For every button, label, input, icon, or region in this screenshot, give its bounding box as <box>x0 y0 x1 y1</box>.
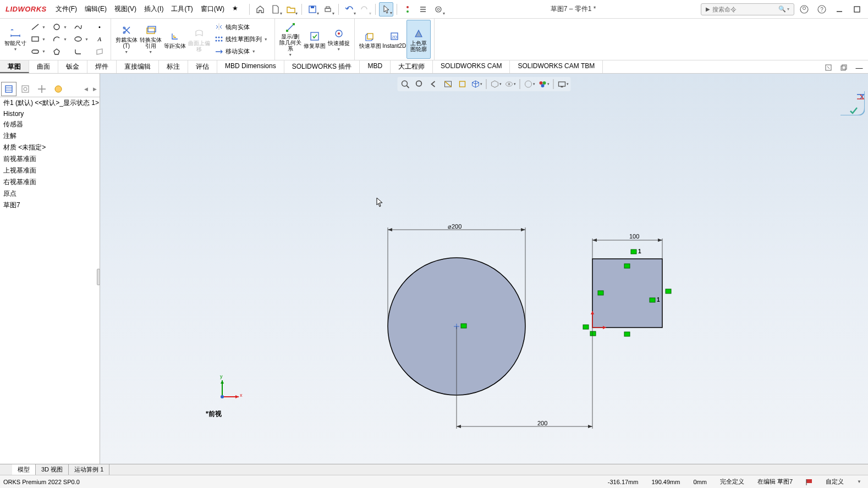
repair-sketch-button[interactable]: 修复草图 <box>303 20 327 59</box>
side-tab-config[interactable] <box>34 82 50 96</box>
convert-entities-button[interactable]: 转换实体引用 ▼ <box>139 20 163 59</box>
trim-button[interactable]: 剪裁实体(T) ▼ <box>114 20 139 59</box>
tab-sketch[interactable]: 草图 <box>0 60 29 73</box>
tree-origin[interactable]: 原点 <box>0 188 100 199</box>
point-button[interactable]: • <box>93 21 106 33</box>
relation-mark-bottom[interactable] <box>624 332 630 336</box>
help-button[interactable]: ? <box>814 3 829 16</box>
collapse-button[interactable]: — <box>853 62 866 74</box>
tab-annotate[interactable]: 标注 <box>159 60 188 73</box>
rapid-sketch-button[interactable]: 快速草图 <box>358 20 382 59</box>
tab-sheetmetal[interactable]: 钣金 <box>58 60 87 73</box>
tree-sketch7[interactable]: 草图7 <box>0 199 100 211</box>
relation-mark-right-out[interactable] <box>666 289 671 293</box>
menu-edit[interactable]: 编辑(E) <box>81 2 110 16</box>
tree-history[interactable]: History <box>0 109 100 119</box>
relation-mark-top[interactable] <box>624 264 630 268</box>
relation-mark-equal2[interactable] <box>650 298 655 302</box>
quick-snap-button[interactable]: 快速捕捉 ▼ <box>327 20 351 59</box>
line-button[interactable]: ▼ <box>29 21 48 33</box>
tree-top-plane[interactable]: 上视基准面 <box>0 165 100 176</box>
properties-button[interactable] <box>416 2 430 16</box>
polygon-button[interactable] <box>50 46 69 58</box>
rebuild-button[interactable] <box>400 2 415 16</box>
search-command-input[interactable] <box>712 6 778 13</box>
side-tab-prev[interactable]: ◀ <box>82 82 90 96</box>
relation-mark-bl[interactable] <box>583 325 589 329</box>
minimize-button[interactable] <box>832 3 847 16</box>
menu-insert[interactable]: 插入(I) <box>141 2 167 16</box>
tree-front-plane[interactable]: 前视基准面 <box>0 153 100 165</box>
new-button[interactable] <box>268 2 283 16</box>
relation-mark-left[interactable] <box>598 291 603 295</box>
side-tab-property[interactable] <box>18 82 33 96</box>
tab-addins[interactable]: SOLIDWORKS 插件 <box>284 60 360 73</box>
menu-star[interactable]: ★ <box>229 2 241 16</box>
menu-view[interactable]: 视图(V) <box>111 2 140 16</box>
plane-button[interactable] <box>93 46 106 58</box>
relation-mark-bl2[interactable] <box>590 331 596 336</box>
mirror-button[interactable]: 镜向实体 <box>212 21 270 33</box>
dim-text-100[interactable]: 100 <box>629 233 639 240</box>
menu-file[interactable]: 文件(F) <box>52 2 80 16</box>
select-button[interactable] <box>379 2 393 16</box>
tab-cam-tbm[interactable]: SOLIDWORKS CAM TBM <box>510 60 603 73</box>
offset-entities-button[interactable]: 等距实体 <box>163 20 187 59</box>
linear-pattern-button[interactable]: 线性草图阵列▼ <box>212 33 270 45</box>
tab-directedit[interactable]: 直接编辑 <box>117 60 159 73</box>
side-tab-feature[interactable] <box>1 82 17 96</box>
slot-button[interactable]: ▼ <box>29 46 48 58</box>
move-entities-button[interactable]: 移动实体▼ <box>212 46 270 58</box>
tab-cam[interactable]: SOLIDWORKS CAM <box>433 60 510 73</box>
tab-mbd[interactable]: MBD <box>360 60 391 73</box>
undo-button[interactable] <box>342 2 356 16</box>
tab-evaluate[interactable]: 评估 <box>188 60 217 73</box>
smart-dimension-button[interactable]: 智能尺寸 ▼ <box>3 20 28 59</box>
home-button[interactable] <box>253 2 267 16</box>
maximize-button[interactable] <box>849 3 865 16</box>
save-button[interactable] <box>305 2 320 16</box>
print-button[interactable] <box>321 2 335 16</box>
menu-window[interactable]: 窗口(W) <box>197 2 228 16</box>
fillet-button[interactable] <box>72 46 91 58</box>
arc-button[interactable]: ▼ <box>50 33 69 45</box>
tab-engineer[interactable]: 大工程师 <box>391 60 433 73</box>
btab-3dview[interactable]: 3D 视图 <box>36 464 69 475</box>
circle-button[interactable]: ▼ <box>50 21 69 33</box>
search-command-box[interactable]: ▶ 🔍 ▾ <box>701 3 794 15</box>
graphics-area[interactable]: ⌀200 100 200 1 1 x y *前视 <box>100 74 868 464</box>
status-custom[interactable]: 自定义 <box>822 478 847 486</box>
rect-button[interactable]: ▼ <box>29 33 48 45</box>
tab-weldment[interactable]: 焊件 <box>87 60 117 73</box>
dim-text-200[interactable]: 200 <box>537 420 547 426</box>
menu-tools[interactable]: 工具(T) <box>168 2 196 16</box>
options-button[interactable] <box>431 2 446 16</box>
status-flag[interactable] <box>803 479 816 485</box>
ellipse-button[interactable]: ▼ <box>72 33 91 45</box>
tree-sensors[interactable]: 传感器 <box>0 119 100 130</box>
tree-material[interactable]: 材质 <未指定> <box>0 142 100 153</box>
side-tab-next[interactable]: ▶ <box>91 82 98 96</box>
show-relations-button[interactable]: 显示/删除几何关系 ▼ <box>278 20 303 59</box>
text-button[interactable]: A <box>93 33 106 45</box>
tab-mbd-dimensions[interactable]: MBD Dimensions <box>217 60 284 73</box>
redo-button[interactable] <box>358 2 372 16</box>
open-button[interactable] <box>284 2 298 16</box>
dim-text-dia200[interactable]: ⌀200 <box>448 223 462 230</box>
tab-surface[interactable]: 曲面 <box>29 60 58 73</box>
user-button[interactable] <box>796 3 812 16</box>
btab-model[interactable]: 模型 <box>12 464 36 475</box>
tree-root[interactable]: 件1 (默认) <<默认>_显示状态 1> <box>0 97 100 109</box>
expand-button[interactable] <box>822 62 835 74</box>
tree-annotations[interactable]: 注解 <box>0 130 100 142</box>
dimension-100[interactable] <box>592 239 662 259</box>
relation-mark-equal1[interactable] <box>631 249 636 254</box>
tree-right-plane[interactable]: 右视基准面 <box>0 176 100 188</box>
relation-mark[interactable] <box>461 324 466 328</box>
instant2d-button[interactable]: 2D Instant2D <box>382 20 406 59</box>
popout-button[interactable] <box>837 62 850 74</box>
shaded-contour-button[interactable]: 上色草图轮廓 <box>406 20 431 59</box>
spline-button[interactable] <box>72 21 91 33</box>
btab-motion[interactable]: 运动算例 1 <box>69 464 109 475</box>
side-tab-display[interactable] <box>51 82 66 96</box>
